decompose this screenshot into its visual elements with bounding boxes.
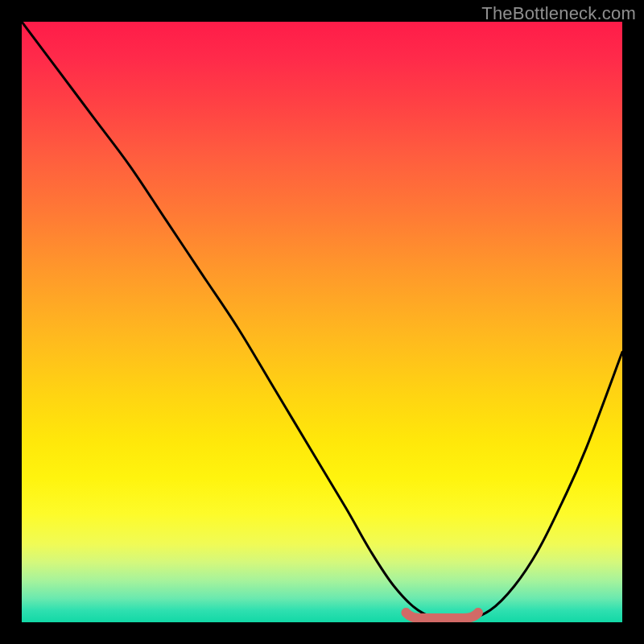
curve-path (22, 22, 622, 621)
bottleneck-curve (22, 22, 622, 622)
trough-accent-segment (406, 613, 478, 618)
chart-frame: TheBottleneck.com (0, 0, 644, 644)
plot-area (22, 22, 622, 622)
watermark-text: TheBottleneck.com (481, 3, 636, 24)
